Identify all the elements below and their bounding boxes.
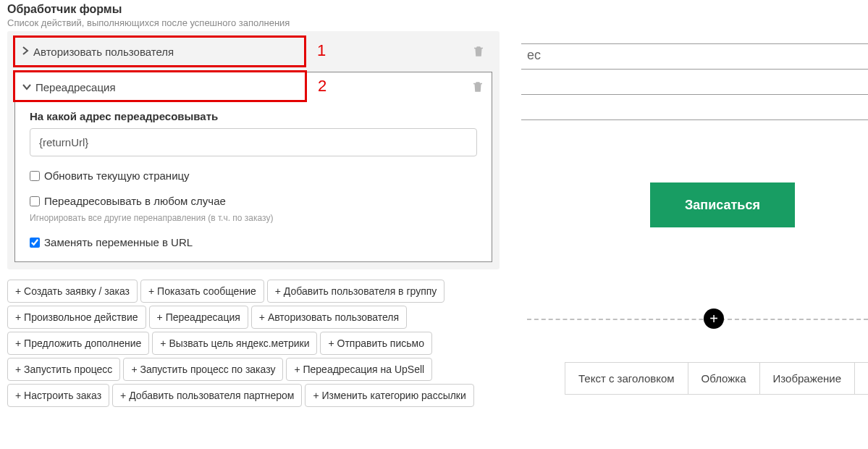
add-start-process-button[interactable]: + Запустить процесс — [7, 358, 120, 381]
preview-line — [521, 43, 868, 44]
add-auth-user-button[interactable]: + Авторизовать пользователя — [251, 306, 407, 329]
redirect-url-label: На какой адрес переадресовывать — [30, 110, 477, 122]
tab-image[interactable]: Изображение — [760, 363, 856, 394]
signup-button[interactable]: Записаться — [650, 182, 795, 227]
refresh-page-label: Обновить текущую страницу — [44, 169, 190, 182]
preview-line — [521, 119, 868, 120]
action-label: Авторизовать пользователя — [33, 46, 174, 58]
add-send-mail-button[interactable]: + Отправить письмо — [320, 332, 431, 355]
preview-form-lines — [521, 43, 868, 120]
add-yandex-goal-button[interactable]: + Вызвать цель яндекс.метрики — [152, 332, 317, 355]
add-upsell-redirect-button[interactable]: + Переадресация на UpSell — [286, 358, 432, 381]
add-action-buttons: + Создать заявку / заказ + Показать сооб… — [7, 280, 500, 407]
chevron-down-icon — [22, 82, 31, 93]
always-redirect-label: Переадресовывать в любом случае — [44, 195, 226, 207]
preview-panel: ес Записаться + Текст с заголовком Облож… — [521, 0, 868, 449]
redirect-url-input[interactable] — [30, 128, 477, 156]
add-change-mailing-category-button[interactable]: + Изменить категорию рассылки — [305, 384, 473, 407]
preview-line — [521, 94, 868, 95]
add-user-to-group-button[interactable]: + Добавить пользователя в группу — [267, 280, 445, 303]
add-section-button[interactable]: + — [704, 309, 724, 329]
redirect-settings: На какой адрес переадресовывать Обновить… — [15, 101, 492, 248]
add-show-message-button[interactable]: + Показать сообщение — [140, 280, 264, 303]
annotation-number-1: 1 — [317, 41, 326, 60]
panel-subtitle: Список действий, выполняющихся после усп… — [7, 17, 500, 28]
panel-title: Обработчик формы — [7, 3, 500, 16]
trash-icon[interactable] — [471, 80, 484, 94]
tab-cover[interactable]: Обложка — [688, 363, 760, 394]
add-custom-action-button[interactable]: + Произвольное действие — [7, 306, 146, 329]
action-card-redirect: Переадресация 2 На какой адрес переадрес… — [14, 72, 492, 262]
replace-vars-checkbox[interactable] — [30, 238, 40, 248]
action-row-redirect[interactable]: Переадресация — [15, 72, 492, 101]
trash-icon[interactable] — [472, 44, 485, 59]
annotation-number-2: 2 — [318, 77, 326, 96]
add-create-order-button[interactable]: + Создать заявку / заказ — [7, 280, 138, 303]
action-label: Переадресация — [35, 81, 116, 93]
refresh-page-checkbox[interactable] — [30, 171, 40, 181]
tab-gallery[interactable]: Гал — [855, 363, 868, 394]
section-divider — [527, 319, 868, 320]
add-redirect-button[interactable]: + Переадресация — [149, 306, 248, 329]
actions-container: Авторизовать пользователя 1 Переадресаци… — [7, 31, 500, 269]
add-start-process-order-button[interactable]: + Запустить процесс по заказу — [123, 358, 283, 381]
preview-line — [521, 69, 868, 70]
always-redirect-hint: Игнорировать все другие перенаправления … — [30, 213, 477, 223]
form-handler-panel: Обработчик формы Список действий, выполн… — [7, 3, 500, 407]
chevron-right-icon — [22, 46, 29, 57]
always-redirect-checkbox[interactable] — [30, 196, 40, 206]
replace-vars-label: Заменять переменные в URL — [44, 236, 193, 248]
action-row-auth[interactable]: Авторизовать пользователя — [14, 37, 492, 66]
tab-text-with-heading[interactable]: Текст с заголовком — [565, 363, 688, 394]
block-type-tabs: Текст с заголовком Обложка Изображение Г… — [565, 362, 868, 395]
add-user-partner-button[interactable]: + Добавить пользователя партнером — [112, 384, 302, 407]
signup-button-label: Записаться — [685, 198, 760, 213]
add-configure-order-button[interactable]: + Настроить заказ — [7, 384, 109, 407]
plus-icon: + — [709, 311, 718, 327]
add-suggest-addon-button[interactable]: + Предложить дополнение — [7, 332, 149, 355]
